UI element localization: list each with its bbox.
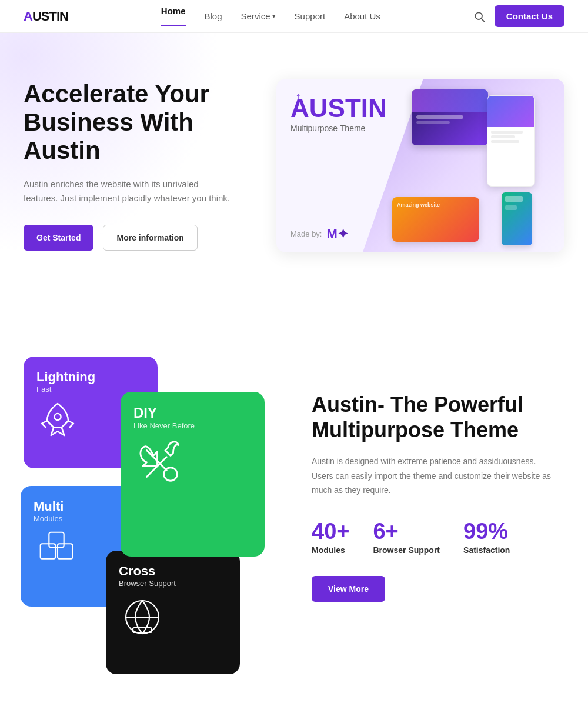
svg-rect-4 bbox=[41, 544, 55, 558]
stat-label-satisfaction: Satisfaction bbox=[463, 545, 510, 555]
get-started-button[interactable]: Get Started bbox=[24, 225, 93, 251]
svg-rect-5 bbox=[58, 544, 72, 558]
feature-card-diy: DIY Like Never Before bbox=[121, 392, 265, 557]
svg-point-2 bbox=[54, 414, 61, 420]
made-by: Made by: M✦ bbox=[290, 227, 348, 242]
features-title: Austin- The Powerful Multipurpose Theme bbox=[312, 392, 559, 442]
navbar: AUSTIN Home Blog Service ▾ Support About… bbox=[0, 0, 588, 33]
search-icon bbox=[473, 11, 485, 22]
nav-link-blog[interactable]: Blog bbox=[205, 11, 222, 21]
cubes-icon bbox=[34, 528, 79, 574]
rocket-icon bbox=[36, 398, 79, 441]
mock-screen-sunset: Amazing website bbox=[392, 197, 479, 242]
stat-browser: 6+ Browser Support bbox=[373, 519, 440, 555]
features-section: Lightning Fast DIY Like Never Before bbox=[0, 345, 588, 706]
search-button[interactable] bbox=[473, 11, 485, 22]
svg-line-1 bbox=[482, 18, 485, 21]
mock-screen-colorful bbox=[502, 192, 532, 245]
card-title-cross: Cross bbox=[119, 564, 227, 579]
view-more-button[interactable]: View More bbox=[312, 576, 385, 602]
feature-cards-container: Lightning Fast DIY Like Never Before bbox=[12, 357, 276, 674]
stat-modules: 40+ Modules bbox=[312, 519, 349, 555]
features-description: Austin is designed with extreme patience… bbox=[312, 454, 559, 498]
features-text: Austin- The Powerful Multipurpose Theme … bbox=[312, 357, 559, 602]
more-information-button[interactable]: More information bbox=[103, 225, 197, 251]
svg-rect-6 bbox=[49, 532, 64, 547]
feature-card-cross: Cross Browser Support bbox=[106, 551, 240, 674]
stats-row: 40+ Modules 6+ Browser Support 99% Satis… bbox=[312, 519, 559, 555]
globe-icon bbox=[119, 592, 166, 640]
card-subtitle-diy: Like Never Before bbox=[133, 421, 252, 430]
hero-section: Accelerate Your Business With Austin Aus… bbox=[0, 33, 588, 292]
hero-description: Austin enriches the website with its unr… bbox=[24, 177, 235, 207]
card-subtitle-multi: Modules bbox=[34, 514, 128, 523]
card-title-multi: Multi bbox=[34, 499, 128, 514]
stat-label-browser: Browser Support bbox=[373, 545, 440, 555]
stat-value-browser: 6+ bbox=[373, 519, 440, 544]
stat-label-modules: Modules bbox=[312, 545, 349, 555]
stat-value-satisfaction: 99% bbox=[463, 519, 510, 544]
austin-brand: A↑ USTIN bbox=[290, 95, 387, 121]
mock-screen-dark bbox=[412, 89, 488, 145]
hero-image-card: A↑ USTIN Multipurpose Theme Made by: M✦ bbox=[276, 79, 564, 252]
mock-screen-white bbox=[487, 95, 535, 187]
nav-logo[interactable]: AUSTIN bbox=[24, 9, 68, 24]
nav-links: Home Blog Service ▾ Support About Us bbox=[161, 6, 380, 26]
nav-link-service[interactable]: Service ▾ bbox=[241, 11, 276, 21]
chevron-down-icon: ▾ bbox=[272, 12, 276, 20]
hero-title: Accelerate Your Business With Austin bbox=[24, 80, 259, 165]
nav-link-about[interactable]: About Us bbox=[344, 11, 380, 21]
stat-satisfaction: 99% Satisfaction bbox=[463, 519, 510, 555]
section-spacer-1 bbox=[0, 292, 588, 345]
nav-link-support[interactable]: Support bbox=[295, 11, 326, 21]
hero-text: Accelerate Your Business With Austin Aus… bbox=[24, 80, 259, 251]
stat-value-modules: 40+ bbox=[312, 519, 349, 544]
nav-link-home[interactable]: Home bbox=[161, 6, 186, 26]
card-subtitle-cross: Browser Support bbox=[119, 579, 227, 588]
austin-subtitle: Multipurpose Theme bbox=[290, 124, 387, 133]
nav-actions: Contact Us bbox=[473, 5, 564, 27]
contact-button[interactable]: Contact Us bbox=[495, 5, 564, 27]
card-title-lightning: Lightning bbox=[36, 369, 145, 385]
hero-buttons: Get Started More information bbox=[24, 225, 259, 251]
tools-icon bbox=[133, 437, 186, 490]
card-title-diy: DIY bbox=[133, 405, 252, 421]
